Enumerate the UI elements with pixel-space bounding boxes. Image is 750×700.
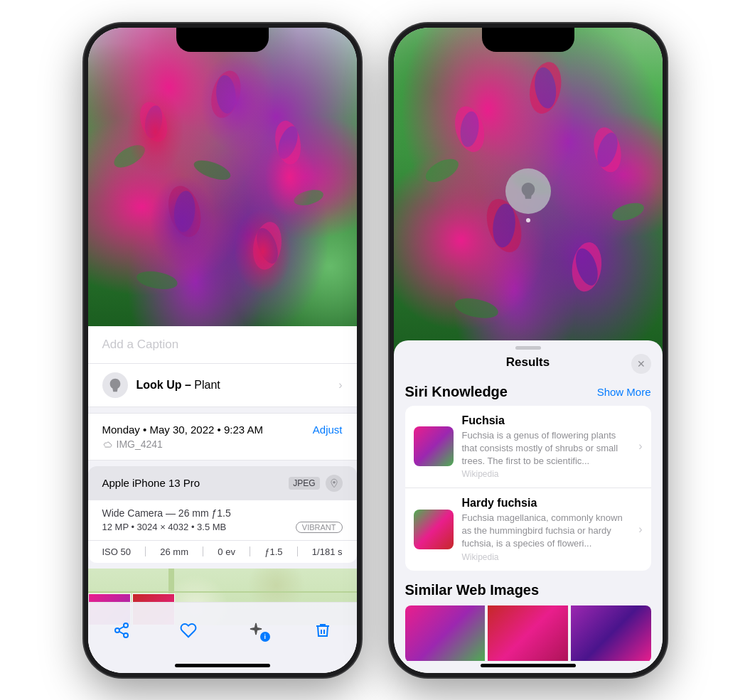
- device-badges: JPEG: [289, 475, 342, 492]
- exif-divider: [297, 546, 298, 556]
- ev-value: 0 ev: [218, 546, 235, 557]
- fuchsia-desc: Fuchsia is a genus of flowering plants t…: [462, 429, 631, 468]
- leaf-icon: [107, 377, 123, 393]
- lookup-row[interactable]: Look Up – Plant ›: [88, 364, 357, 407]
- show-more-button[interactable]: Show More: [597, 386, 651, 398]
- svg-point-3: [214, 74, 237, 114]
- svg-point-0: [134, 98, 172, 146]
- fuchsia-text: Fuchsia Fuchsia is a genus of flowering …: [462, 414, 631, 480]
- results-panel: Results ✕ Siri Knowledge Show More: [394, 340, 663, 673]
- device-section: Apple iPhone 13 Pro JPEG: [88, 466, 357, 563]
- right-screen: Results ✕ Siri Knowledge Show More: [394, 28, 663, 673]
- svg-point-9: [252, 225, 282, 266]
- hardy-chevron-icon: ›: [638, 523, 642, 536]
- device-name: Apple iPhone 13 Pro: [102, 477, 200, 489]
- device-header: Apple iPhone 13 Pro JPEG: [88, 466, 357, 500]
- svg-point-12: [292, 187, 325, 208]
- svg-point-28: [453, 294, 500, 321]
- favorite-button[interactable]: [173, 615, 204, 646]
- location-icon: [329, 478, 339, 488]
- svg-point-6: [163, 182, 205, 240]
- fuchsia-name: Fuchsia: [462, 414, 631, 427]
- info-badge: i: [260, 632, 270, 642]
- vibrant-badge: VIBRANT: [296, 522, 343, 533]
- exif-divider: [250, 546, 250, 556]
- svg-point-27: [610, 199, 646, 224]
- fuchsia-chevron-icon: ›: [638, 440, 642, 453]
- similar-section: Similar Web Images: [405, 582, 651, 661]
- camera-details: Wide Camera — 26 mm ƒ1.5 12 MP • 3024 × …: [88, 500, 357, 540]
- left-phone: Add a Caption Look Up – Plant ›: [84, 23, 361, 677]
- siri-knowledge-title: Siri Knowledge: [405, 384, 508, 400]
- svg-point-11: [191, 156, 232, 184]
- notch: [176, 28, 269, 52]
- fuchsia-source: Wikipedia: [462, 469, 631, 479]
- svg-point-10: [110, 140, 149, 171]
- svg-point-5: [274, 123, 301, 161]
- exif-row: ISO 50 26 mm 0 ev ƒ1.5 1/181 s: [88, 540, 357, 563]
- meta-date: Monday • May 30, 2022 • 9:23 AM: [102, 424, 263, 436]
- similar-title: Similar Web Images: [405, 582, 651, 598]
- meta-filename: IMG_4241: [102, 438, 343, 450]
- hardy-desc: Fuchsia magellanica, commonly known as t…: [462, 512, 631, 551]
- results-content[interactable]: Siri Knowledge Show More Fuchsia Fuchsia…: [394, 378, 663, 661]
- similar-images: [405, 605, 651, 661]
- right-phone: Results ✕ Siri Knowledge Show More: [390, 23, 667, 677]
- heart-icon: [180, 622, 197, 639]
- meta-section: Monday • May 30, 2022 • 9:23 AM Adjust I…: [88, 413, 357, 461]
- exif-divider: [145, 546, 146, 556]
- hardy-name: Hardy fuchsia: [462, 497, 631, 510]
- format-badge: JPEG: [289, 477, 319, 490]
- results-header: Results ✕: [394, 350, 663, 378]
- info-button[interactable]: i: [240, 615, 272, 646]
- caption-area[interactable]: Add a Caption: [88, 326, 357, 364]
- siri-dot: [526, 218, 530, 222]
- fuchsia-thumbnail: [414, 426, 454, 466]
- share-button[interactable]: [106, 615, 137, 646]
- similar-image-1[interactable]: [405, 605, 486, 661]
- cloud-icon: [102, 439, 112, 449]
- svg-point-7: [172, 190, 196, 232]
- svg-point-13: [135, 268, 178, 291]
- svg-point-8: [250, 220, 285, 272]
- lookup-label: Look Up – Plant: [136, 379, 331, 392]
- left-screen: Add a Caption Look Up – Plant ›: [88, 28, 357, 673]
- aperture-value: ƒ1.5: [264, 546, 282, 557]
- photo-image-right[interactable]: [394, 28, 663, 355]
- svg-point-14: [333, 481, 336, 484]
- photo-image[interactable]: [88, 28, 357, 326]
- lookup-icon: [102, 372, 128, 398]
- svg-point-2: [206, 67, 245, 121]
- home-indicator: [175, 664, 270, 667]
- siri-knowledge-header: Siri Knowledge Show More: [405, 378, 651, 406]
- iso-value: ISO 50: [102, 546, 131, 557]
- similar-image-2[interactable]: [488, 605, 568, 661]
- trash-icon: [314, 622, 331, 639]
- location-badge: [326, 475, 343, 492]
- share-icon: [113, 622, 130, 639]
- results-title: Results: [506, 355, 550, 370]
- adjust-button[interactable]: Adjust: [313, 424, 343, 436]
- exif-divider: [203, 546, 203, 556]
- hardy-thumbnail: [414, 510, 454, 549]
- svg-point-4: [272, 118, 304, 166]
- hardy-source: Wikipedia: [462, 552, 631, 562]
- close-button[interactable]: ✕: [631, 354, 651, 374]
- svg-point-1: [142, 104, 164, 139]
- knowledge-item-hardy[interactable]: Hardy fuchsia Fuchsia magellanica, commo…: [405, 488, 651, 571]
- similar-image-3[interactable]: [571, 605, 651, 661]
- hardy-text: Hardy fuchsia Fuchsia magellanica, commo…: [462, 497, 631, 562]
- leaf-lookup-icon: [517, 180, 540, 203]
- knowledge-item-fuchsia[interactable]: Fuchsia Fuchsia is a genus of flowering …: [405, 406, 651, 488]
- bottom-toolbar: i: [88, 602, 357, 673]
- home-indicator-right: [481, 664, 576, 667]
- shutter-value: 1/181 s: [312, 546, 343, 557]
- delete-button[interactable]: [307, 615, 338, 646]
- caption-placeholder[interactable]: Add a Caption: [102, 338, 179, 351]
- visual-lookup-button[interactable]: [505, 168, 551, 214]
- lookup-chevron-icon: ›: [338, 379, 342, 392]
- knowledge-card: Fuchsia Fuchsia is a genus of flowering …: [405, 406, 651, 571]
- focal-value: 26 mm: [160, 546, 188, 557]
- svg-point-25: [422, 154, 461, 186]
- notch-right: [482, 28, 574, 52]
